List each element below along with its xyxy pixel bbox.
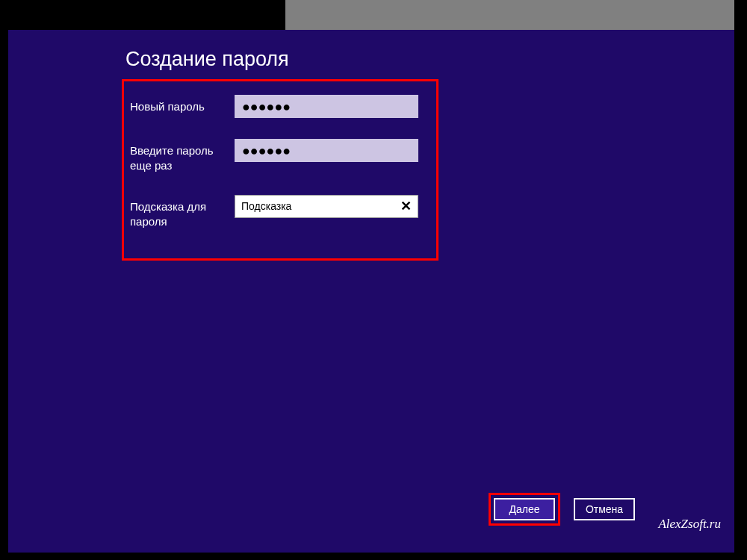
confirm-password-input[interactable]: ●●●●●● <box>235 139 418 162</box>
form-highlight-box: Новый пароль ●●●●●● Введите пароль еще р… <box>122 79 438 261</box>
new-password-input[interactable]: ●●●●●● <box>235 95 418 118</box>
background-stripe <box>285 0 734 30</box>
hint-row: Подсказка для пароля ✕ <box>124 195 436 230</box>
page-title: Создание пароля <box>125 48 289 71</box>
confirm-password-label: Введите пароль еще раз <box>130 139 235 174</box>
next-button[interactable]: Далее <box>494 498 555 520</box>
password-mask: ●●●●●● <box>242 144 291 158</box>
next-highlight-box: Далее <box>489 493 560 526</box>
hint-input-wrapper: ✕ <box>235 195 418 218</box>
hint-label: Подсказка для пароля <box>130 195 235 230</box>
cancel-button[interactable]: Отмена <box>574 498 635 520</box>
hint-input[interactable] <box>241 200 398 212</box>
watermark: AlexZsoft.ru <box>658 517 721 532</box>
password-mask: ●●●●●● <box>242 100 291 113</box>
new-password-row: Новый пароль ●●●●●● <box>124 95 436 118</box>
confirm-password-row: Введите пароль еще раз ●●●●●● <box>124 139 436 174</box>
create-password-dialog: Создание пароля Новый пароль ●●●●●● Введ… <box>8 30 734 553</box>
new-password-label: Новый пароль <box>130 95 235 114</box>
clear-icon[interactable]: ✕ <box>398 199 413 214</box>
button-row: Далее Отмена <box>489 493 635 526</box>
